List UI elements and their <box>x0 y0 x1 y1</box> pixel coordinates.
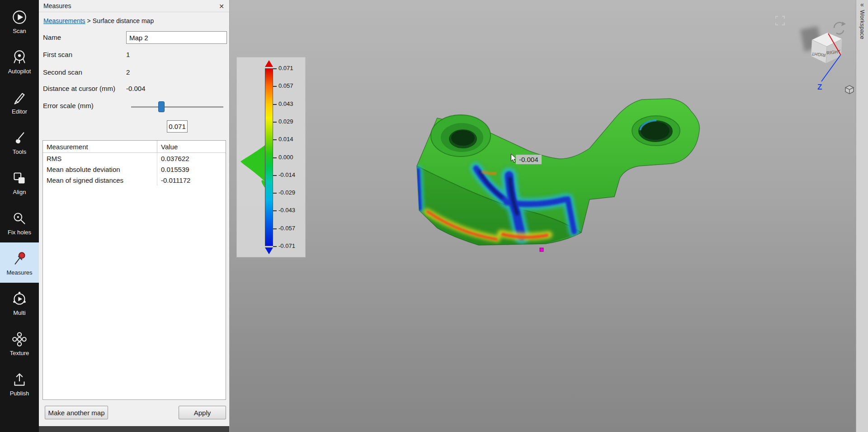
measurements-table: Measurement Value RMS 0.037622 Mean abso… <box>42 140 226 400</box>
colorbar-label: 0.000 <box>278 154 293 161</box>
colorbar-gradient <box>265 68 273 246</box>
first-scan-label: First scan <box>43 51 72 58</box>
name-input[interactable] <box>126 31 227 44</box>
error-scale-slider-handle[interactable] <box>158 101 165 112</box>
model-left-hole <box>431 115 491 157</box>
colorbar-label: 0.014 <box>278 136 293 143</box>
colorbar-tick <box>273 139 277 140</box>
table-row[interactable]: Mean of signed distances -0.011172 <box>43 175 226 185</box>
sidebar: Scan Autopilot Editor Tools <box>0 0 39 432</box>
colorbar-max-arrow <box>265 60 273 67</box>
sidebar-item-multi[interactable]: Multi <box>0 283 39 323</box>
texture-icon <box>10 330 29 349</box>
colorbar-tick <box>273 175 277 176</box>
scene-canvas: RIGHT RIGHT Z <box>230 0 868 432</box>
colorbar-label: -0.057 <box>278 225 295 232</box>
editor-icon <box>10 88 29 107</box>
colorbar-tick <box>273 246 277 247</box>
sidebar-item-tools[interactable]: Tools <box>0 122 39 162</box>
rotate-arrows-icon[interactable] <box>834 22 846 34</box>
sidebar-item-label: Tools <box>13 148 26 155</box>
table-header-value: Value <box>157 141 226 152</box>
colorbar-label: -0.071 <box>278 242 295 250</box>
colorbar-tick <box>273 68 277 69</box>
row-value: 0.037622 <box>157 153 226 164</box>
row-name: Mean absolute deviation <box>43 166 157 173</box>
multi-icon <box>10 290 29 309</box>
model-3d[interactable] <box>417 99 699 245</box>
panel-titlebar: Measures ✕ <box>39 0 229 12</box>
colorbar-label: -0.029 <box>278 189 295 196</box>
make-another-map-button[interactable]: Make another map <box>45 406 108 419</box>
first-scan-value: 1 <box>126 51 130 58</box>
close-icon[interactable]: ✕ <box>217 1 226 11</box>
colorbar-histogram <box>239 133 265 192</box>
sidebar-item-scan[interactable]: Scan <box>0 1 39 41</box>
second-scan-value: 2 <box>126 68 130 76</box>
second-scan-label: Second scan <box>43 68 82 76</box>
tools-icon <box>10 128 29 147</box>
sidebar-item-label: Autopilot <box>8 68 31 75</box>
colorbar-tick <box>273 86 277 87</box>
distance-at-cursor-value: -0.004 <box>126 85 146 92</box>
measures-icon <box>10 249 29 268</box>
table-header-row: Measurement Value <box>43 141 226 153</box>
cube-icon[interactable] <box>845 85 854 94</box>
colorbar-label: 0.043 <box>278 100 293 108</box>
colorbar-tick <box>273 228 277 229</box>
workspace-label: Workspace <box>859 10 866 39</box>
breadcrumb-current: Surface distance map <box>93 17 154 24</box>
colorbar-label: 0.029 <box>278 118 293 125</box>
model-right-hole <box>632 116 680 146</box>
cursor-distance-value: -0.004 <box>516 155 542 164</box>
sidebar-item-align[interactable]: Align <box>0 162 39 202</box>
sidebar-item-publish[interactable]: Publish <box>0 363 39 404</box>
table-row[interactable]: RMS 0.037622 <box>43 153 226 164</box>
colorbar-label: -0.043 <box>278 207 295 214</box>
colorbar-tick <box>273 104 277 105</box>
scan-icon <box>10 8 29 27</box>
sidebar-item-fix-holes[interactable]: Fix holes <box>0 202 39 242</box>
breadcrumb: Measurements>Surface distance map <box>43 17 154 24</box>
align-icon <box>10 169 29 188</box>
sidebar-item-editor[interactable]: Editor <box>0 81 39 122</box>
colorbar-label: 0.071 <box>278 65 293 72</box>
error-scale-label: Error scale (mm) <box>43 102 94 109</box>
row-value: 0.015539 <box>157 164 226 175</box>
colorbar: 0.071 0.057 0.043 0.029 0.014 0.000 -0.0… <box>236 57 306 257</box>
breadcrumb-separator: > <box>87 17 91 24</box>
autopilot-icon <box>10 48 29 67</box>
panel-bottom-edge <box>39 426 229 432</box>
sidebar-item-label: Fix holes <box>8 229 31 236</box>
apply-button[interactable]: Apply <box>179 406 226 419</box>
workspace-panel-tab[interactable]: « Workspace <box>856 0 868 432</box>
sidebar-item-label: Measures <box>6 269 32 276</box>
viewport-3d[interactable]: RIGHT RIGHT Z <box>230 0 868 432</box>
collapse-chevron-icon[interactable]: « <box>860 1 864 8</box>
sidebar-item-autopilot[interactable]: Autopilot <box>0 41 39 81</box>
sidebar-item-texture[interactable]: Texture <box>0 323 39 363</box>
table-row[interactable]: Mean absolute deviation 0.015539 <box>43 164 226 175</box>
distance-at-cursor-label: Distance at cursor (mm) <box>43 85 115 92</box>
row-value: -0.011172 <box>157 175 226 185</box>
marker-point[interactable] <box>540 248 543 252</box>
sidebar-item-measures[interactable]: Measures <box>0 242 39 283</box>
sidebar-item-label: Align <box>13 189 26 195</box>
error-scale-value-box[interactable]: 0.071 <box>167 120 188 133</box>
row-name: Mean of signed distances <box>43 176 157 184</box>
fix-holes-icon <box>10 209 29 228</box>
colorbar-label: -0.014 <box>278 171 295 179</box>
fit-view-icon[interactable] <box>776 16 784 25</box>
view-cube[interactable]: RIGHT RIGHT Z <box>800 22 846 91</box>
breadcrumb-link-measurements[interactable]: Measurements <box>43 17 85 24</box>
colorbar-tick <box>273 157 277 158</box>
panel-title: Measures <box>39 2 71 9</box>
application-window: Scan Autopilot Editor Tools <box>0 0 868 432</box>
measures-panel: Measures ✕ Measurements>Surface distance… <box>39 0 230 432</box>
colorbar-tick <box>273 122 277 123</box>
sidebar-item-label: Editor <box>12 108 27 115</box>
colorbar-tick <box>273 210 277 211</box>
error-scale-slider[interactable] <box>131 106 223 108</box>
colorbar-label: 0.057 <box>278 82 293 90</box>
sidebar-item-label: Texture <box>10 350 29 356</box>
